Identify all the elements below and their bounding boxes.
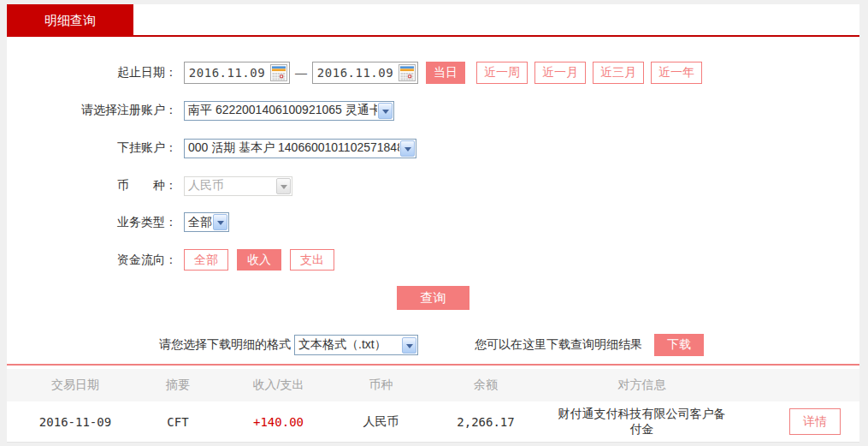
- chevron-down-icon: [400, 140, 415, 157]
- query-button[interactable]: 查询: [397, 286, 469, 310]
- row-balance: 2,266.17: [417, 415, 554, 429]
- download-format-select[interactable]: 文本格式（.txt）: [294, 335, 418, 355]
- quick-range-week-button[interactable]: 近一周: [476, 62, 528, 84]
- header-amount: 收入/支出: [212, 378, 345, 393]
- row-amount: +140.00: [212, 415, 345, 429]
- end-date-value: 2016.11.09: [313, 66, 398, 80]
- register-account-label: 请选择注册账户：: [7, 103, 184, 118]
- detail-button[interactable]: 详情: [789, 408, 841, 435]
- start-date-input[interactable]: 2016.11.09: [184, 62, 290, 84]
- tab-detail-query[interactable]: 明细查询: [7, 4, 133, 37]
- quick-range-quarter-button[interactable]: 近三月: [593, 62, 644, 84]
- download-format-label: 请您选择下载明细的格式: [159, 337, 291, 353]
- download-format-value: 文本格式（.txt）: [295, 337, 401, 353]
- sub-account-select[interactable]: 000 活期 基本户 1406600101102571848: [184, 139, 416, 158]
- header-summary: 摘要: [144, 378, 212, 393]
- query-button-row: 查询: [7, 286, 859, 310]
- register-account-select[interactable]: 南平 6222001406100921065 灵通卡: [184, 101, 394, 121]
- chevron-down-icon: [213, 214, 227, 230]
- header-currency: 币种: [345, 378, 417, 393]
- business-type-select[interactable]: 全部: [184, 212, 229, 232]
- currency-value: 人民币: [185, 178, 275, 193]
- download-hint-text: 您可以在这里下载查询明细结果: [475, 337, 642, 353]
- fund-flow-row: 资金流向： 全部 收入 支出: [7, 248, 859, 271]
- business-type-value: 全部: [185, 215, 212, 230]
- query-form: 起止日期： 2016.11.09: [7, 37, 859, 356]
- table-header-row: 交易日期 摘要 收入/支出 币种 余额 对方信息: [7, 369, 859, 401]
- end-date-input[interactable]: 2016.11.09: [312, 62, 418, 84]
- quick-range-year-button[interactable]: 近一年: [651, 62, 702, 84]
- business-type-label: 业务类型：: [7, 215, 184, 230]
- calendar-icon[interactable]: [398, 63, 416, 82]
- quick-range-month-button[interactable]: 近一月: [534, 62, 586, 84]
- chevron-down-icon: [276, 178, 291, 194]
- currency-select: 人民币: [184, 176, 292, 196]
- row-currency: 人民币: [345, 414, 417, 430]
- date-separator: —: [295, 66, 307, 80]
- sub-account-label: 下挂账户：: [7, 140, 184, 156]
- calendar-icon[interactable]: [269, 63, 288, 82]
- fund-flow-label: 资金流向：: [7, 253, 184, 268]
- main-panel: 明细查询 起止日期： 2016.11.09: [7, 4, 859, 443]
- fund-flow-all-button[interactable]: 全部: [184, 249, 228, 271]
- row-summary: CFT: [144, 415, 212, 429]
- currency-row: 币 种： 人民币: [7, 175, 859, 196]
- register-account-row: 请选择注册账户： 南平 6222001406100921065 灵通卡: [7, 100, 859, 121]
- download-row: 请您选择下载明细的格式 文本格式（.txt） 您可以在这里下载查询明细结果 下载: [159, 334, 859, 356]
- date-range-row: 起止日期： 2016.11.09: [7, 61, 859, 85]
- header-counterparty: 对方信息: [554, 378, 729, 393]
- register-account-value: 南平 6222001406100921065 灵通卡: [185, 103, 377, 118]
- chevron-down-icon: [378, 103, 393, 119]
- business-type-row: 业务类型： 全部: [7, 212, 859, 232]
- fund-flow-expense-button[interactable]: 支出: [290, 249, 334, 271]
- quick-range-today-button[interactable]: 当日: [426, 62, 465, 84]
- date-range-label: 起止日期：: [7, 65, 184, 80]
- header-balance: 余额: [417, 378, 554, 393]
- fund-flow-income-button[interactable]: 收入: [237, 249, 281, 271]
- row-counterparty: 财付通支付科技有限公司客户备付金: [554, 407, 729, 437]
- table-row: 2016-11-09 CFT +140.00 人民币 2,266.17 财付通支…: [7, 401, 859, 443]
- download-button[interactable]: 下载: [654, 334, 704, 356]
- currency-label: 币 种：: [7, 178, 184, 193]
- chevron-down-icon: [402, 337, 416, 354]
- tab-bar: 明细查询: [7, 4, 859, 37]
- sub-account-row: 下挂账户： 000 活期 基本户 1406600101102571848: [7, 138, 859, 158]
- sub-account-value: 000 活期 基本户 1406600101102571848: [185, 140, 399, 156]
- table-top-divider: [7, 364, 859, 366]
- header-trade-date: 交易日期: [7, 378, 144, 393]
- row-trade-date: 2016-11-09: [7, 415, 144, 429]
- start-date-value: 2016.11.09: [185, 66, 269, 80]
